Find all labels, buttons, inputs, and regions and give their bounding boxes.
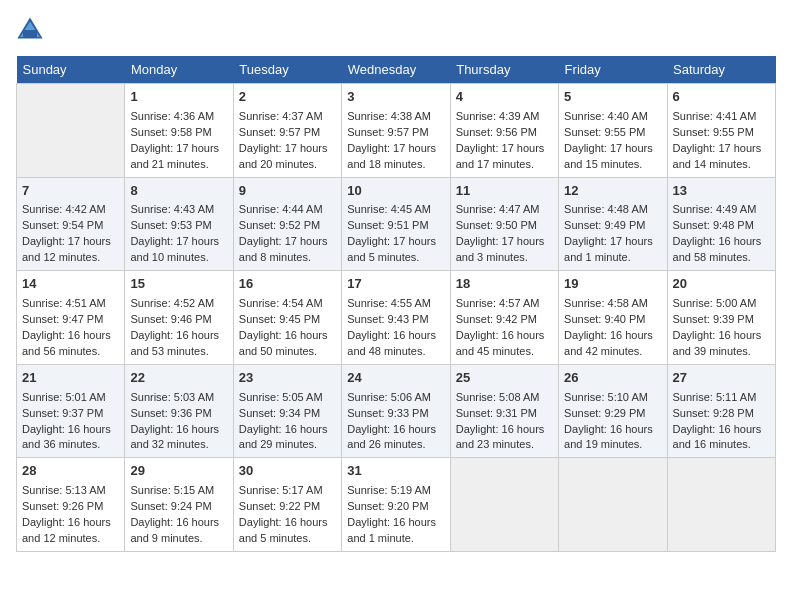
daylight: Daylight: 17 hours and 20 minutes.: [239, 142, 328, 170]
day-number: 16: [239, 275, 336, 294]
daylight: Daylight: 16 hours and 23 minutes.: [456, 423, 545, 451]
daylight: Daylight: 17 hours and 5 minutes.: [347, 235, 436, 263]
sunset: Sunset: 9:49 PM: [564, 219, 645, 231]
daylight: Daylight: 17 hours and 14 minutes.: [673, 142, 762, 170]
daylight: Daylight: 16 hours and 58 minutes.: [673, 235, 762, 263]
calendar-cell: [450, 458, 558, 552]
sunrise: Sunrise: 4:45 AM: [347, 203, 431, 215]
daylight: Daylight: 16 hours and 5 minutes.: [239, 516, 328, 544]
column-header-saturday: Saturday: [667, 56, 775, 84]
column-header-friday: Friday: [559, 56, 667, 84]
day-number: 6: [673, 88, 770, 107]
svg-rect-2: [23, 30, 37, 37]
column-header-thursday: Thursday: [450, 56, 558, 84]
calendar-cell: 5Sunrise: 4:40 AMSunset: 9:55 PMDaylight…: [559, 84, 667, 178]
daylight: Daylight: 16 hours and 26 minutes.: [347, 423, 436, 451]
calendar-cell: 8Sunrise: 4:43 AMSunset: 9:53 PMDaylight…: [125, 177, 233, 271]
day-number: 29: [130, 462, 227, 481]
calendar-cell: 11Sunrise: 4:47 AMSunset: 9:50 PMDayligh…: [450, 177, 558, 271]
sunset: Sunset: 9:50 PM: [456, 219, 537, 231]
calendar-cell: 2Sunrise: 4:37 AMSunset: 9:57 PMDaylight…: [233, 84, 341, 178]
calendar-cell: 23Sunrise: 5:05 AMSunset: 9:34 PMDayligh…: [233, 364, 341, 458]
daylight: Daylight: 16 hours and 42 minutes.: [564, 329, 653, 357]
sunrise: Sunrise: 5:05 AM: [239, 391, 323, 403]
daylight: Daylight: 16 hours and 19 minutes.: [564, 423, 653, 451]
day-number: 10: [347, 182, 444, 201]
sunset: Sunset: 9:43 PM: [347, 313, 428, 325]
calendar-cell: 27Sunrise: 5:11 AMSunset: 9:28 PMDayligh…: [667, 364, 775, 458]
day-number: 24: [347, 369, 444, 388]
logo: [16, 16, 48, 44]
sunset: Sunset: 9:57 PM: [347, 126, 428, 138]
day-number: 4: [456, 88, 553, 107]
sunrise: Sunrise: 5:11 AM: [673, 391, 757, 403]
sunset: Sunset: 9:22 PM: [239, 500, 320, 512]
sunset: Sunset: 9:53 PM: [130, 219, 211, 231]
day-number: 13: [673, 182, 770, 201]
calendar-cell: 9Sunrise: 4:44 AMSunset: 9:52 PMDaylight…: [233, 177, 341, 271]
day-number: 5: [564, 88, 661, 107]
day-number: 28: [22, 462, 119, 481]
day-number: 22: [130, 369, 227, 388]
sunrise: Sunrise: 4:52 AM: [130, 297, 214, 309]
sunrise: Sunrise: 4:37 AM: [239, 110, 323, 122]
sunrise: Sunrise: 4:39 AM: [456, 110, 540, 122]
week-row-1: 1Sunrise: 4:36 AMSunset: 9:58 PMDaylight…: [17, 84, 776, 178]
sunset: Sunset: 9:55 PM: [564, 126, 645, 138]
sunrise: Sunrise: 4:44 AM: [239, 203, 323, 215]
sunrise: Sunrise: 5:00 AM: [673, 297, 757, 309]
sunrise: Sunrise: 4:57 AM: [456, 297, 540, 309]
calendar-cell: 31Sunrise: 5:19 AMSunset: 9:20 PMDayligh…: [342, 458, 450, 552]
column-header-sunday: Sunday: [17, 56, 125, 84]
calendar-cell: 25Sunrise: 5:08 AMSunset: 9:31 PMDayligh…: [450, 364, 558, 458]
day-number: 20: [673, 275, 770, 294]
day-number: 1: [130, 88, 227, 107]
sunset: Sunset: 9:54 PM: [22, 219, 103, 231]
calendar-cell: 22Sunrise: 5:03 AMSunset: 9:36 PMDayligh…: [125, 364, 233, 458]
daylight: Daylight: 16 hours and 56 minutes.: [22, 329, 111, 357]
sunset: Sunset: 9:29 PM: [564, 407, 645, 419]
day-number: 30: [239, 462, 336, 481]
day-number: 14: [22, 275, 119, 294]
sunrise: Sunrise: 4:40 AM: [564, 110, 648, 122]
week-row-5: 28Sunrise: 5:13 AMSunset: 9:26 PMDayligh…: [17, 458, 776, 552]
sunset: Sunset: 9:33 PM: [347, 407, 428, 419]
daylight: Daylight: 17 hours and 15 minutes.: [564, 142, 653, 170]
day-number: 21: [22, 369, 119, 388]
sunset: Sunset: 9:28 PM: [673, 407, 754, 419]
sunrise: Sunrise: 5:13 AM: [22, 484, 106, 496]
daylight: Daylight: 17 hours and 10 minutes.: [130, 235, 219, 263]
column-header-monday: Monday: [125, 56, 233, 84]
daylight: Daylight: 16 hours and 50 minutes.: [239, 329, 328, 357]
calendar-cell: 10Sunrise: 4:45 AMSunset: 9:51 PMDayligh…: [342, 177, 450, 271]
daylight: Daylight: 16 hours and 48 minutes.: [347, 329, 436, 357]
week-row-4: 21Sunrise: 5:01 AMSunset: 9:37 PMDayligh…: [17, 364, 776, 458]
column-header-wednesday: Wednesday: [342, 56, 450, 84]
day-number: 15: [130, 275, 227, 294]
calendar-cell: 16Sunrise: 4:54 AMSunset: 9:45 PMDayligh…: [233, 271, 341, 365]
daylight: Daylight: 17 hours and 18 minutes.: [347, 142, 436, 170]
header-row: SundayMondayTuesdayWednesdayThursdayFrid…: [17, 56, 776, 84]
sunset: Sunset: 9:46 PM: [130, 313, 211, 325]
sunset: Sunset: 9:31 PM: [456, 407, 537, 419]
calendar-cell: [559, 458, 667, 552]
week-row-2: 7Sunrise: 4:42 AMSunset: 9:54 PMDaylight…: [17, 177, 776, 271]
calendar-cell: 12Sunrise: 4:48 AMSunset: 9:49 PMDayligh…: [559, 177, 667, 271]
calendar-cell: 26Sunrise: 5:10 AMSunset: 9:29 PMDayligh…: [559, 364, 667, 458]
sunset: Sunset: 9:36 PM: [130, 407, 211, 419]
calendar-cell: 30Sunrise: 5:17 AMSunset: 9:22 PMDayligh…: [233, 458, 341, 552]
daylight: Daylight: 16 hours and 9 minutes.: [130, 516, 219, 544]
calendar-cell: 15Sunrise: 4:52 AMSunset: 9:46 PMDayligh…: [125, 271, 233, 365]
daylight: Daylight: 17 hours and 17 minutes.: [456, 142, 545, 170]
page-header: [16, 16, 776, 44]
calendar-cell: 19Sunrise: 4:58 AMSunset: 9:40 PMDayligh…: [559, 271, 667, 365]
calendar-cell: 17Sunrise: 4:55 AMSunset: 9:43 PMDayligh…: [342, 271, 450, 365]
day-number: 12: [564, 182, 661, 201]
sunset: Sunset: 9:26 PM: [22, 500, 103, 512]
sunset: Sunset: 9:58 PM: [130, 126, 211, 138]
calendar-cell: 7Sunrise: 4:42 AMSunset: 9:54 PMDaylight…: [17, 177, 125, 271]
sunrise: Sunrise: 4:47 AM: [456, 203, 540, 215]
sunset: Sunset: 9:51 PM: [347, 219, 428, 231]
daylight: Daylight: 16 hours and 53 minutes.: [130, 329, 219, 357]
daylight: Daylight: 16 hours and 16 minutes.: [673, 423, 762, 451]
